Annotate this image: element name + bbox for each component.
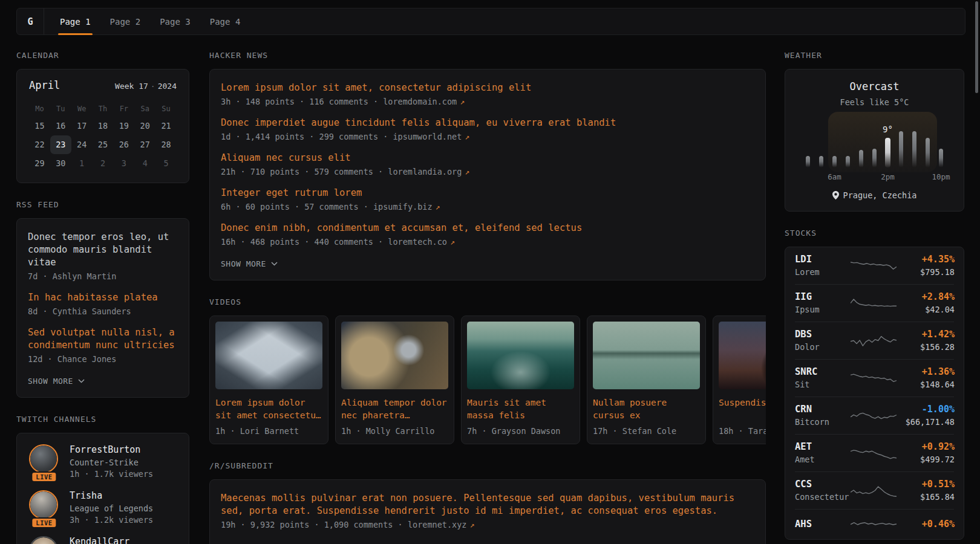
- stock-values: +1.42%$156.28: [897, 329, 955, 352]
- hacker-news-item: Lorem ipsum dolor sit amet, consectetur …: [221, 82, 754, 106]
- hacker-news-item-link[interactable]: Donec enim nibh, condimentum et accumsan…: [221, 222, 582, 233]
- twitch-channel-name[interactable]: ForrestBurton: [70, 444, 153, 455]
- weather-bar: [859, 150, 863, 167]
- calendar-day[interactable]: 4: [134, 154, 155, 173]
- video-thumbnail[interactable]: [593, 322, 700, 389]
- calendar-day[interactable]: 21: [155, 117, 177, 135]
- hacker-news-item-domain[interactable]: loremdomain.com: [383, 97, 457, 106]
- rss-section: RSS FEED Donec tempor eros leo, ut commo…: [16, 200, 189, 398]
- video-title-link[interactable]: Aliquam tempor dolor nec pharetra…: [341, 397, 448, 422]
- tab-page-3[interactable]: Page 3: [150, 8, 200, 34]
- hacker-news-item-link[interactable]: Lorem ipsum dolor sit amet, consectetur …: [221, 82, 531, 93]
- video-title-link[interactable]: Suspendisse diam: [719, 397, 766, 422]
- twitch-channel-row[interactable]: LIVEForrestBurtonCounter-Strike1h · 1.7k…: [29, 444, 177, 479]
- twitch-channel-row[interactable]: LIVETrishaLeague of Legends3h · 1.2k vie…: [29, 490, 177, 525]
- hacker-news-item-title-wrap: Lorem ipsum dolor sit amet, consectetur …: [221, 82, 754, 94]
- calendar-month: April: [29, 79, 60, 91]
- stock-row[interactable]: AETAmet+0.92%$499.72: [795, 435, 954, 472]
- stock-symbol[interactable]: LDI: [795, 254, 851, 265]
- rss-item-link[interactable]: In hac habitasse platea: [28, 292, 158, 303]
- stock-row[interactable]: LDILorem+4.35%$795.18: [795, 247, 954, 285]
- stock-change: +0.51%: [897, 479, 955, 490]
- middle-column: HACKER NEWS Lorem ipsum dolor sit amet, …: [209, 51, 766, 544]
- calendar-day[interactable]: 3: [113, 154, 134, 173]
- video-title-link[interactable]: Mauris sit amet massa felis: [467, 397, 574, 422]
- hacker-news-item-domain[interactable]: ipsumworld.net: [393, 132, 462, 141]
- calendar-day[interactable]: 27: [134, 135, 155, 154]
- calendar-day[interactable]: 19: [113, 117, 134, 135]
- tab-page-2[interactable]: Page 2: [100, 8, 151, 34]
- calendar-day[interactable]: 22: [29, 135, 50, 154]
- hacker-news-show-more-button[interactable]: SHOW MORE: [221, 259, 278, 268]
- subreddit-item-domain[interactable]: loremnet.xyz: [408, 520, 467, 529]
- rss-item-link[interactable]: Sed volutpat nulla nisl, a condimentum n…: [28, 327, 175, 351]
- twitch-channel-name[interactable]: Trisha: [70, 490, 153, 501]
- dashboard-page: G Page 1Page 2Page 3Page 4 CALENDAR Apri…: [0, 0, 980, 544]
- video-meta: 1h · Molly Carrillo: [341, 426, 448, 436]
- video-thumbnail[interactable]: [215, 322, 322, 389]
- tab-page-1[interactable]: Page 1: [50, 8, 100, 34]
- stock-symbol[interactable]: DBS: [795, 329, 851, 340]
- rss-item-link[interactable]: Donec tempor eros leo, ut commodo mauris…: [28, 232, 169, 268]
- video-title-link[interactable]: Lorem ipsum dolor sit amet consectetu…: [215, 397, 322, 422]
- rss-show-more-button[interactable]: SHOW MORE: [28, 377, 85, 386]
- calendar-day[interactable]: 16: [50, 117, 71, 135]
- video-thumbnail[interactable]: [467, 322, 574, 389]
- calendar-day[interactable]: 15: [29, 117, 50, 135]
- vertical-scrollbar[interactable]: [975, 1, 978, 93]
- sparkline-chart: [851, 295, 897, 311]
- calendar-day[interactable]: 1: [71, 154, 93, 173]
- stock-symbol[interactable]: SNRC: [795, 366, 851, 377]
- subreddit-item: Maecenas mollis pulvinar erat non posuer…: [221, 492, 754, 529]
- twitch-channel-game: Counter-Strike: [70, 458, 153, 467]
- stock-name: Lorem: [795, 267, 851, 277]
- stock-price: $165.84: [897, 492, 955, 502]
- live-badge: LIVE: [31, 471, 57, 482]
- hacker-news-item-domain[interactable]: ipsumify.biz: [373, 202, 433, 212]
- calendar-day-selected[interactable]: 23: [50, 135, 71, 154]
- video-thumbnail[interactable]: [341, 322, 448, 389]
- subreddit-section: /R/SUBREDDIT Maecenas mollis pulvinar er…: [209, 461, 766, 544]
- hacker-news-item-link[interactable]: Donec imperdiet augue tincidunt felis al…: [221, 117, 616, 128]
- calendar-day[interactable]: 29: [29, 154, 50, 173]
- twitch-channel-info: KendallCarr: [70, 536, 129, 544]
- video-card: Lorem ipsum dolor sit amet consectetu…1h…: [209, 316, 328, 444]
- calendar-day[interactable]: 28: [155, 135, 177, 154]
- tab-page-4[interactable]: Page 4: [200, 8, 250, 34]
- weather-hourly-chart: 9°: [802, 120, 948, 167]
- calendar-day[interactable]: 20: [134, 117, 155, 135]
- calendar-day[interactable]: 2: [93, 154, 114, 173]
- chevron-down-icon: [78, 379, 85, 383]
- stock-symbol[interactable]: CCS: [795, 479, 851, 490]
- rss-item: Sed volutpat nulla nisl, a condimentum n…: [28, 326, 178, 364]
- stock-row[interactable]: DBSDolor+1.42%$156.28: [795, 322, 954, 360]
- hacker-news-item-link[interactable]: Aliquam nec cursus elit: [221, 152, 351, 163]
- stock-row[interactable]: AHS+0.46%: [795, 510, 954, 539]
- calendar-day[interactable]: 18: [93, 117, 114, 135]
- stock-symbol[interactable]: CRN: [795, 404, 851, 415]
- stock-row[interactable]: IIGIpsum+2.84%$42.04: [795, 285, 954, 322]
- twitch-section: TWITCH CHANNELS LIVEForrestBurtonCounter…: [16, 415, 189, 544]
- twitch-channel-name[interactable]: KendallCarr: [70, 536, 129, 544]
- hacker-news-item-domain[interactable]: loremlandia.org: [388, 167, 462, 176]
- weather-bar: [872, 149, 877, 167]
- calendar-day[interactable]: 5: [155, 154, 177, 173]
- video-title-link[interactable]: Nullam posuere cursus ex: [593, 397, 700, 422]
- stock-symbol[interactable]: IIG: [795, 291, 851, 302]
- subreddit-item-link[interactable]: Maecenas mollis pulvinar erat non posuer…: [221, 493, 734, 516]
- calendar-day[interactable]: 25: [93, 135, 114, 154]
- hacker-news-item-domain[interactable]: loremtech.co: [388, 237, 447, 247]
- hacker-news-item-link[interactable]: Integer eget rutrum lorem: [221, 187, 362, 198]
- calendar-day[interactable]: 24: [71, 135, 93, 154]
- calendar-day[interactable]: 17: [71, 117, 93, 135]
- app-logo[interactable]: G: [17, 8, 44, 34]
- twitch-channel-row[interactable]: KendallCarr: [29, 536, 177, 544]
- video-thumbnail[interactable]: [719, 322, 766, 389]
- stock-symbol[interactable]: AET: [795, 441, 851, 452]
- calendar-day[interactable]: 26: [113, 135, 134, 154]
- stock-row[interactable]: CRNBitcorn-1.00%$66,171.48: [795, 397, 954, 435]
- stock-row[interactable]: SNRCSit+1.36%$148.64: [795, 360, 954, 397]
- stock-row[interactable]: CCSConsectetur+0.51%$165.84: [795, 472, 954, 510]
- calendar-day[interactable]: 30: [50, 154, 71, 173]
- stock-symbol[interactable]: AHS: [795, 519, 851, 529]
